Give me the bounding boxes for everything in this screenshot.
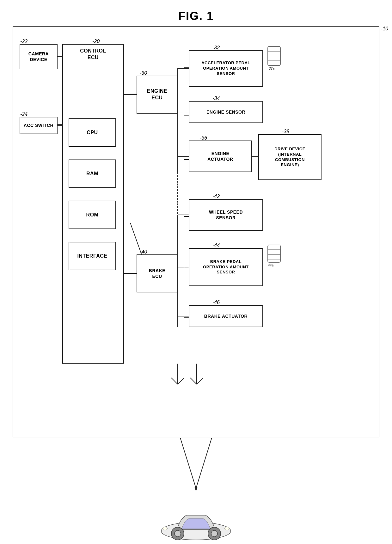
vehicle-arrows [133,438,259,501]
engine-sensor-box: ENGINE SENSOR [189,101,263,123]
brake-pedal-icon: 44a [266,243,284,269]
diagram-area: -10 [13,26,379,437]
brake-ecu-box: BRAKEECU [137,254,178,292]
ref-36: -36 [200,135,207,141]
ref-22: -22 [20,39,28,44]
cpu-box: CPU [69,118,116,147]
ram-box: RAM [69,159,116,188]
svg-line-39 [171,378,178,384]
ref-44: -44 [212,243,220,248]
svg-line-42 [190,378,197,384]
ref-10: -10 [381,26,388,32]
acc-switch-box: ACC SWITCH [20,117,58,134]
svg-point-51 [211,530,217,537]
brake-pedal-sensor-box: BRAKE PEDALOPERATION AMOUNTSENSOR [189,248,263,286]
ref-32: -32 [212,45,220,51]
accel-pedal-icon: 32a [266,45,284,70]
rom-box: ROM [69,201,116,229]
svg-line-40 [178,378,184,384]
engine-actuator-box: ENGINEACTUATOR [189,141,252,172]
svg-marker-46 [194,487,198,491]
ref-24: -24 [20,111,28,117]
ref-20: -20 [92,39,100,44]
vehicle-illustration [155,501,237,542]
ref-30: -30 [140,70,147,76]
vehicle-area: - VA [13,437,379,544]
camera-device-box: CAMERADEVICE [20,44,58,69]
ref-38: -38 [282,129,289,134]
interface-box: INTERFACE [69,242,116,270]
svg-point-53 [224,527,230,530]
engine-ecu-box: ENGINEECU [137,76,178,114]
svg-text:44a: 44a [268,263,273,267]
brake-actuator-box: BRAKE ACTUATOR [189,305,263,327]
ref-46: -46 [212,300,220,305]
svg-point-52 [162,527,168,530]
wheel-speed-sensor-box: WHEEL SPEEDSENSOR [189,199,263,231]
svg-point-49 [175,530,181,537]
accel-sensor-box: ACCELERATOR PEDALOPERATION AMOUNTSENSOR [189,50,263,87]
drive-device-box: DRIVE DEVICE(INTERNALCOMBUSTIONENGINE) [258,134,322,180]
svg-line-44 [180,438,196,488]
svg-rect-18 [268,245,280,262]
ref-40: -40 [140,249,147,255]
page: FIG. 1 -10 [0,0,392,544]
svg-text:32a: 32a [269,66,274,70]
ref-34: -34 [212,96,220,101]
ref-42: -42 [212,194,220,199]
figure-title: FIG. 1 [6,9,386,23]
svg-line-43 [197,378,203,384]
svg-line-45 [196,438,212,488]
